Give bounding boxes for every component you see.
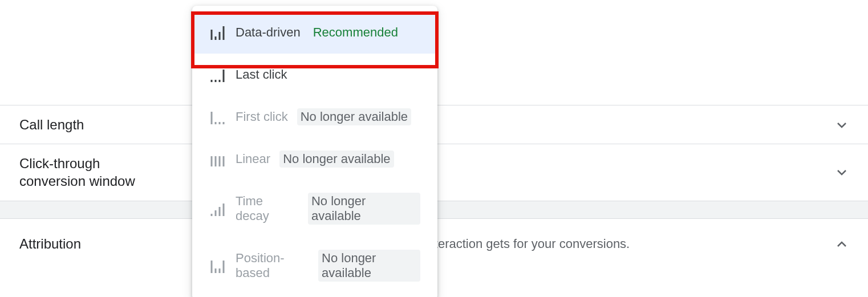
dropdown-item-label: Time decay [236,194,299,223]
attribution-model-dropdown: Data-driven Recommended Last click First… [192,6,437,297]
dropdown-item-first-click: First click No longer available [192,96,437,138]
bar-chart-first-icon [209,108,226,125]
dropdown-item-label: Linear [236,152,270,166]
chevron-down-icon [835,118,849,132]
bar-chart-last-icon [209,66,226,83]
dropdown-item-last-click[interactable]: Last click [192,54,437,96]
unavailable-badge: No longer available [318,250,420,282]
attribution-label: Attribution [19,236,81,252]
unavailable-badge: No longer available [297,108,411,125]
dropdown-item-linear: Linear No longer available [192,138,437,180]
dropdown-item-time-decay: Time decay No longer available [192,180,437,237]
dropdown-item-label: Position-based [236,251,309,280]
recommended-badge: Recommended [310,24,401,41]
dropdown-item-data-driven[interactable]: Data-driven Recommended [192,11,437,54]
unavailable-badge: No longer available [279,150,394,168]
bar-chart-u-shape-icon [209,257,226,274]
dropdown-item-position-based: Position-based No longer available [192,237,437,294]
bar-chart-ascending-icon [209,200,226,217]
dropdown-item-label: Data-driven [236,25,301,40]
conversion-window-label: Click-through conversion window [19,154,168,190]
dropdown-item-label: First click [236,109,288,124]
chevron-up-icon [835,237,849,251]
unavailable-badge: No longer available [308,193,420,225]
dropdown-item-label: Last click [236,67,287,82]
call-length-label: Call length [19,116,84,133]
bar-chart-variable-icon [209,24,226,41]
chevron-down-icon [835,165,849,179]
bar-chart-equal-icon [209,150,226,168]
